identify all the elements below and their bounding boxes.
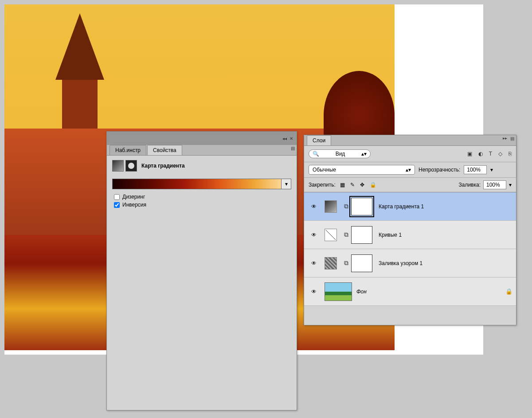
- layer-name[interactable]: Фон: [356, 289, 505, 295]
- layers-list: 👁 ⧉ Карта градиента 1 👁 ⧉ Кривые 1 👁 ⧉ З…: [304, 192, 516, 306]
- layer-row-background[interactable]: 👁 Фон 🔒: [304, 277, 516, 306]
- lock-transparency-icon[interactable]: ▦: [340, 182, 345, 188]
- inversion-label: Инверсия: [122, 202, 146, 208]
- layer-name[interactable]: Карта градиента 1: [379, 203, 512, 210]
- opacity-input[interactable]: 100%: [464, 165, 487, 174]
- inversion-checkbox[interactable]: [114, 202, 120, 208]
- layers-tabs: Слои ▸▸ ▤: [304, 135, 516, 146]
- link-icon[interactable]: ⧉: [344, 231, 348, 238]
- expand-icon[interactable]: ▸▸: [503, 136, 507, 141]
- gradient-map-icon[interactable]: [112, 160, 124, 172]
- fill-value: 100%: [486, 182, 500, 188]
- layer-name[interactable]: Кривые 1: [379, 232, 512, 238]
- layer-mask-thumb[interactable]: [351, 198, 372, 215]
- blend-row: Обычные ▴▾ Непрозрачность: 100% ▾: [304, 162, 516, 178]
- blend-mode-value: Обычные: [313, 167, 336, 173]
- visibility-toggle[interactable]: 👁: [308, 232, 320, 238]
- chevron-down-icon: ▴▾: [406, 167, 411, 173]
- link-icon[interactable]: ⧉: [344, 259, 348, 267]
- properties-title-row: Карта градиента: [112, 160, 291, 172]
- properties-body: Карта градиента ▾ Дизеринг Инверсия: [107, 156, 297, 214]
- image-tower: [55, 13, 104, 137]
- filter-smart-icon[interactable]: ⎘: [509, 151, 512, 157]
- dithering-checkbox-row[interactable]: Дизеринг: [114, 194, 291, 200]
- visibility-toggle[interactable]: 👁: [308, 203, 320, 210]
- panel-menu-icon[interactable]: ▤: [291, 146, 295, 151]
- chevron-down-icon[interactable]: ▾: [509, 182, 512, 188]
- inversion-checkbox-row[interactable]: Инверсия: [114, 202, 291, 208]
- chevron-down-icon: ▴▾: [361, 151, 367, 157]
- properties-title: Карта градиента: [141, 163, 185, 169]
- blend-mode-select[interactable]: Обычные ▴▾: [309, 165, 415, 175]
- layer-thumb-background[interactable]: [325, 282, 352, 301]
- layer-mask-thumb[interactable]: [351, 226, 372, 244]
- panel-header: ◂◂ ✕: [107, 132, 297, 145]
- layer-row-gradient-map[interactable]: 👁 ⧉ Карта градиента 1: [304, 192, 516, 221]
- layers-menu-icon[interactable]: ▤: [510, 136, 514, 141]
- gradient-dropdown-icon[interactable]: ▾: [281, 179, 291, 189]
- visibility-toggle[interactable]: 👁: [308, 289, 320, 295]
- opacity-label: Непрозрачность:: [419, 167, 460, 173]
- lock-pixels-icon[interactable]: ✎: [350, 182, 355, 188]
- collapse-icon[interactable]: ◂◂: [282, 136, 287, 141]
- close-icon[interactable]: ✕: [289, 136, 293, 141]
- lock-all-icon[interactable]: 🔒: [370, 182, 376, 188]
- layer-mask-thumb[interactable]: [351, 254, 372, 272]
- properties-panel: ◂◂ ✕ Наб.инстр Свойства ▤ Карта градиент…: [106, 131, 297, 410]
- fill-input[interactable]: 100%: [483, 180, 506, 189]
- lock-indicator-icon[interactable]: 🔒: [505, 288, 512, 295]
- fill-group: Заливка: 100% ▾: [458, 180, 512, 189]
- chevron-down-icon[interactable]: ▾: [490, 167, 493, 173]
- layer-row-curves[interactable]: 👁 ⧉ Кривые 1: [304, 221, 516, 249]
- tab-instruments[interactable]: Наб.инстр: [110, 145, 146, 155]
- filter-kind-label: Вид: [336, 151, 345, 157]
- dithering-label: Дизеринг: [122, 194, 145, 200]
- filter-shape-icon[interactable]: ◇: [498, 151, 502, 157]
- adjustment-thumb-curves[interactable]: [325, 229, 337, 241]
- mask-icon[interactable]: [125, 160, 137, 172]
- filter-kind-select[interactable]: 🔍 Вид ▴▾: [309, 149, 371, 158]
- tab-layers[interactable]: Слои: [307, 135, 331, 145]
- lock-row: Закрепить: ▦ ✎ ✥ 🔒 Заливка: 100% ▾: [304, 178, 516, 192]
- layers-panel: Слои ▸▸ ▤ 🔍 Вид ▴▾ ▣ ◐ T ◇ ⎘ Обычные ▴▾ …: [304, 135, 516, 325]
- lock-position-icon[interactable]: ✥: [360, 182, 364, 188]
- lock-icons: ▦ ✎ ✥ 🔒: [340, 182, 376, 188]
- visibility-toggle[interactable]: 👁: [308, 260, 320, 266]
- dithering-checkbox[interactable]: [114, 194, 120, 200]
- filter-image-icon[interactable]: ▣: [467, 151, 472, 157]
- layer-row-pattern-fill[interactable]: 👁 ⧉ Заливка узором 1: [304, 249, 516, 277]
- eye-icon: 👁: [311, 203, 317, 210]
- filter-icons: ▣ ◐ T ◇ ⎘: [467, 151, 512, 157]
- fill-label: Заливка:: [458, 182, 481, 188]
- eye-icon: 👁: [311, 260, 317, 266]
- eye-icon: 👁: [311, 289, 317, 295]
- layers-filter-row: 🔍 Вид ▴▾ ▣ ◐ T ◇ ⎘: [304, 146, 516, 162]
- adjustment-thumb-gradient[interactable]: [325, 200, 337, 213]
- lock-label: Закрепить:: [309, 182, 336, 188]
- adjustment-thumb-pattern[interactable]: [325, 257, 337, 270]
- opacity-value: 100%: [467, 167, 481, 173]
- eye-icon: 👁: [311, 232, 317, 238]
- filter-text-icon[interactable]: T: [489, 151, 492, 157]
- gradient-preview[interactable]: ▾: [112, 179, 291, 189]
- filter-adjust-icon[interactable]: ◐: [478, 151, 483, 157]
- properties-tabs: Наб.инстр Свойства ▤: [107, 145, 297, 156]
- link-icon[interactable]: ⧉: [344, 203, 348, 210]
- tab-properties[interactable]: Свойства: [147, 145, 182, 155]
- layer-name[interactable]: Заливка узором 1: [379, 260, 512, 266]
- search-icon: 🔍: [313, 151, 319, 157]
